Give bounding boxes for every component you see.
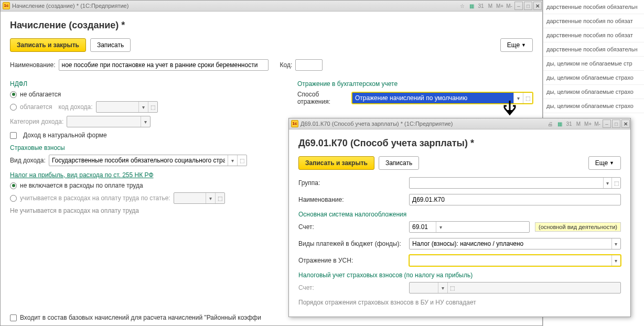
natural-income-check[interactable]: Доход в натуральной форме [10, 132, 282, 139]
account-combo[interactable]: ▾ [409, 221, 530, 233]
save-close-button[interactable]: Записать и закрыть [10, 38, 86, 52]
account2-combo: ▾⬚ [409, 282, 621, 294]
account-label: Счет: [298, 223, 406, 231]
sub-window: 1c Д69.01.К70 (Способ учета зарплаты) * … [288, 118, 631, 317]
calc-icon[interactable]: ▦ [467, 2, 476, 10]
maximize-icon[interactable]: □ [524, 2, 532, 10]
close-icon[interactable]: ✕ [621, 119, 630, 128]
tax255-not-included-radio[interactable]: не включается в расходы по оплате труда [10, 182, 282, 189]
save-button[interactable]: Записать [90, 38, 131, 52]
insurance-tax-header: Налоговый учет страховых взносов (по нал… [298, 271, 621, 279]
fav-icon[interactable]: ☆ [458, 2, 466, 10]
list-item[interactable]: ды, целиком облагаемые страхо [543, 99, 644, 113]
name-input[interactable] [59, 59, 269, 71]
list-item[interactable]: ды, целиком облагаемые страхо [543, 71, 644, 85]
more-button[interactable]: Еще▼ [500, 38, 533, 52]
m-plus-icon[interactable]: M+ [584, 119, 592, 128]
tax255-header[interactable]: Налог на прибыль, вид расхода по ст. 255… [10, 171, 154, 179]
group-label: Группа: [298, 179, 406, 187]
list-item[interactable]: дарственные пособия обязательн [543, 42, 644, 57]
app-icon: 1c [291, 120, 298, 127]
ndfl-header: НДФЛ [10, 80, 282, 88]
payment-types-combo[interactable]: ▾ [409, 238, 621, 249]
name-label: Наименование: [10, 61, 56, 69]
sub-more-button[interactable]: Еще▼ [588, 156, 621, 170]
list-item[interactable]: ды, целиком облагаемые страхо [543, 85, 644, 99]
minimize-icon[interactable]: – [514, 2, 523, 10]
sub-titlebar: 1c Д69.01.К70 (Способ учета зарплаты) * … [289, 118, 630, 129]
main-tax-header: Основная система налогообложения [298, 211, 621, 218]
tax255-combo: ▾⬚ [174, 192, 225, 204]
print-icon[interactable]: 🖨 [546, 119, 554, 128]
maximize-icon[interactable]: □ [612, 119, 620, 128]
sub-save-button[interactable]: Записать [379, 156, 419, 170]
minimize-icon[interactable]: – [603, 119, 611, 128]
ndfl-not-taxed-radio[interactable]: не облагается [10, 91, 282, 98]
calendar-icon[interactable]: 31 [477, 2, 485, 10]
sub-footer-note: Порядок отражения страховых взносов в БУ… [298, 299, 621, 306]
tax255-included-radio[interactable]: учитывается в расходах на оплату труда п… [10, 192, 282, 204]
income-type-combo[interactable]: ▾⬚ [49, 155, 247, 166]
usn-combo[interactable]: ▾ [409, 255, 621, 266]
group-combo[interactable]: ▾⬚ [409, 177, 621, 189]
m-minus-icon[interactable]: M- [505, 2, 513, 10]
accounting-header: Отражение в бухгалтерском учете [297, 80, 533, 88]
code-input[interactable] [295, 59, 323, 71]
m-icon[interactable]: M [486, 2, 495, 10]
window-title: Д69.01.К70 (Способ учета зарплаты) * (1С… [300, 121, 453, 127]
calc-icon[interactable]: ▦ [555, 119, 564, 128]
list-item[interactable]: дарственные пособия обязательн [543, 0, 644, 14]
list-item[interactable]: дарственные пособия по обязат [543, 28, 644, 42]
account2-label: Счет: [298, 284, 406, 291]
list-item[interactable]: дарственные пособия по обязат [543, 14, 644, 28]
income-code-combo: ▾⬚ [96, 101, 158, 113]
m-minus-icon[interactable]: M- [593, 119, 602, 128]
sub-name-label: Наименование: [298, 196, 406, 203]
calendar-icon[interactable]: 31 [565, 119, 573, 128]
sub-save-close-button[interactable]: Записать и закрыть [298, 156, 374, 170]
payment-types-label: Виды платежей в бюджет (фонды): [298, 240, 406, 247]
income-type-label: Вид дохода: [10, 157, 46, 164]
m-icon[interactable]: M [574, 119, 583, 128]
code-label: Код: [280, 61, 293, 69]
usn-label: Отражение в УСН: [298, 257, 406, 264]
insurance-header: Страховые взносы [10, 144, 282, 151]
sub-name-input[interactable] [409, 194, 621, 205]
method-combo[interactable]: ▾⬚ [352, 92, 533, 104]
account-tag: (основной вид деятельности) [535, 222, 621, 232]
method-label: Способ отражения: [297, 91, 349, 105]
app-icon: 1c [3, 2, 10, 9]
m-plus-icon[interactable]: M+ [496, 2, 504, 10]
window-title: Начисление (создание) * (1С:Предприятие) [12, 3, 128, 9]
main-titlebar: 1c Начисление (создание) * (1С:Предприят… [1, 1, 542, 12]
sub-title: Д69.01.К70 (Способ учета зарплаты) * [298, 138, 621, 149]
page-title: Начисление (создание) * [10, 20, 533, 31]
category-label: Категория дохода: [10, 118, 63, 125]
tax255-note: Не учитывается в расходах на оплату труд… [10, 207, 282, 214]
base-accrual-check[interactable]: Входит в состав базовых начислений для р… [10, 314, 261, 321]
ndfl-taxed-radio[interactable]: облагается код дохода: ▾⬚ [10, 101, 282, 113]
category-combo: ▾ [67, 116, 151, 127]
list-item[interactable]: ды, целиком не облагаемые стр [543, 57, 644, 71]
close-icon[interactable]: ✕ [533, 2, 542, 10]
